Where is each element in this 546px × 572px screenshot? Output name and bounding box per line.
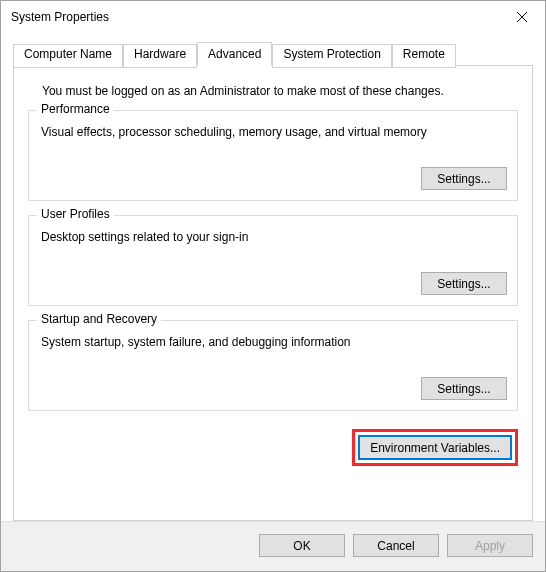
startup-recovery-button-row: Settings... (39, 377, 507, 400)
close-icon (517, 12, 527, 22)
performance-desc: Visual effects, processor scheduling, me… (41, 125, 507, 139)
performance-group-title: Performance (37, 102, 114, 116)
content-area: Computer Name Hardware Advanced System P… (1, 33, 545, 521)
tab-system-protection[interactable]: System Protection (272, 44, 391, 68)
user-profiles-group-title: User Profiles (37, 207, 114, 221)
performance-button-row: Settings... (39, 167, 507, 190)
user-profiles-button-row: Settings... (39, 272, 507, 295)
startup-recovery-settings-button[interactable]: Settings... (421, 377, 507, 400)
env-vars-highlight: Environment Variables... (352, 429, 518, 466)
env-vars-row: Environment Variables... (28, 429, 518, 466)
window-title: System Properties (11, 10, 499, 24)
user-profiles-group: User Profiles Desktop settings related t… (28, 215, 518, 306)
tab-panel-advanced: You must be logged on as an Administrato… (13, 65, 533, 521)
ok-button[interactable]: OK (259, 534, 345, 557)
titlebar: System Properties (1, 1, 545, 33)
tab-hardware[interactable]: Hardware (123, 44, 197, 68)
environment-variables-button[interactable]: Environment Variables... (359, 436, 511, 459)
apply-button[interactable]: Apply (447, 534, 533, 557)
system-properties-window: System Properties Computer Name Hardware… (0, 0, 546, 572)
tab-computer-name[interactable]: Computer Name (13, 44, 123, 68)
user-profiles-settings-button[interactable]: Settings... (421, 272, 507, 295)
cancel-button[interactable]: Cancel (353, 534, 439, 557)
tab-advanced[interactable]: Advanced (197, 42, 272, 66)
startup-recovery-group-title: Startup and Recovery (37, 312, 161, 326)
close-button[interactable] (499, 1, 545, 33)
performance-settings-button[interactable]: Settings... (421, 167, 507, 190)
admin-intro-text: You must be logged on as an Administrato… (42, 84, 518, 98)
performance-group: Performance Visual effects, processor sc… (28, 110, 518, 201)
tab-remote[interactable]: Remote (392, 44, 456, 68)
startup-recovery-group: Startup and Recovery System startup, sys… (28, 320, 518, 411)
dialog-button-bar: OK Cancel Apply (1, 521, 545, 571)
tabstrip: Computer Name Hardware Advanced System P… (13, 42, 533, 66)
startup-recovery-desc: System startup, system failure, and debu… (41, 335, 507, 349)
user-profiles-desc: Desktop settings related to your sign-in (41, 230, 507, 244)
